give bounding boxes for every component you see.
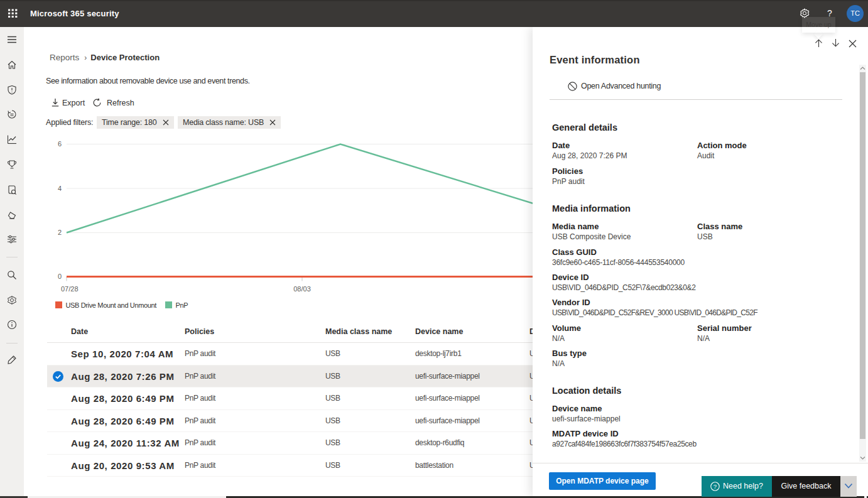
svg-text:2: 2 — [58, 229, 62, 236]
svg-text:0: 0 — [58, 273, 62, 280]
svg-text:?: ? — [713, 483, 717, 490]
svg-text:08/03: 08/03 — [293, 285, 311, 292]
svg-text:4: 4 — [58, 185, 62, 192]
svg-text:07/28: 07/28 — [61, 285, 79, 292]
svg-text:6: 6 — [58, 140, 62, 148]
